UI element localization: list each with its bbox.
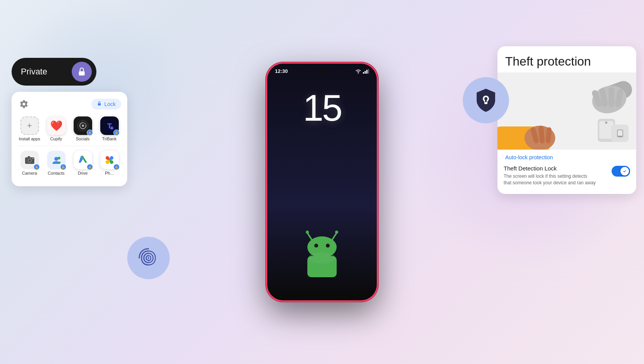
app-item-contacts[interactable]: 🔒 Contacts	[44, 151, 68, 175]
svg-point-16	[57, 157, 60, 160]
svg-rect-19	[365, 71, 366, 74]
app-label-cupify: Cupify	[50, 136, 62, 141]
status-time: 12:30	[275, 68, 288, 74]
svg-rect-51	[618, 130, 622, 136]
auto-lock-link[interactable]: Auto-lock protection	[497, 150, 636, 162]
left-panel: Private	[12, 58, 127, 186]
photos-lock-badge: 🔒	[113, 164, 120, 170]
phone: 12:30	[266, 62, 378, 302]
theft-card: Theft protection	[497, 46, 636, 194]
svg-line-24	[332, 233, 337, 241]
wifi-icon	[355, 69, 361, 74]
camera-icon: 🔒	[20, 151, 39, 169]
tribank-icon: 🔒	[100, 116, 119, 135]
signal-icon	[363, 69, 369, 74]
socials-lock-badge: 🔒	[87, 130, 93, 136]
android-robot	[291, 227, 353, 277]
phone-camera	[320, 71, 324, 75]
svg-rect-13	[28, 156, 30, 158]
svg-point-27	[314, 244, 318, 248]
app-item-photos[interactable]: 🔒 Ph...	[98, 151, 121, 175]
app-label-photos: Ph...	[105, 171, 114, 175]
right-panel: Theft protection	[497, 46, 636, 194]
photos-icon: 🔒	[100, 151, 119, 169]
svg-rect-1	[98, 103, 101, 105]
scene: Private	[0, 0, 644, 364]
svg-rect-21	[368, 69, 369, 74]
app-item-install[interactable]: + Install apps	[18, 116, 41, 141]
lock-badge-icon	[97, 101, 102, 107]
app-item-socials[interactable]: 🔒 Socials	[71, 116, 94, 141]
svg-point-12	[29, 159, 31, 162]
app-item-camera[interactable]: 🔒 Camera	[18, 151, 41, 175]
svg-line-22	[307, 233, 312, 241]
toggle-knob	[620, 167, 629, 175]
phone-wrapper: 12:30	[266, 62, 378, 302]
svg-point-4	[82, 125, 84, 127]
app-label-tribank: TriBank	[102, 136, 117, 141]
theft-phone-mini	[611, 125, 629, 142]
svg-point-14	[32, 158, 33, 159]
theft-detection-text: Theft Detection Lock The screen will loc…	[504, 165, 596, 186]
svg-rect-40	[609, 87, 614, 107]
svg-rect-8	[109, 123, 110, 128]
svg-point-23	[306, 231, 309, 234]
camera-lock-badge: 🔒	[34, 164, 40, 170]
phone-screen: 12:30	[267, 64, 377, 300]
svg-point-17	[148, 257, 149, 259]
phone-clock: 15	[303, 89, 341, 126]
app-row-1: + Install apps ❤️ Cupify	[18, 116, 121, 141]
contacts-lock-badge: 🔒	[60, 164, 66, 170]
gear-icon[interactable]	[18, 98, 30, 110]
theft-protection-title: Theft protection	[497, 46, 636, 69]
drive-icon: 🔒	[74, 151, 92, 169]
app-label-contacts: Contacts	[48, 171, 64, 175]
drive-lock-badge: 🔒	[87, 164, 93, 170]
app-item-tribank[interactable]: 🔒 TriBank	[98, 116, 121, 141]
app-item-drive[interactable]: 🔒 Drive	[71, 151, 94, 175]
private-lock-circle	[72, 62, 92, 82]
svg-rect-34	[485, 99, 487, 102]
svg-point-49	[605, 121, 607, 124]
private-label: Private	[21, 67, 66, 77]
svg-rect-0	[79, 71, 84, 76]
private-pill[interactable]: Private	[12, 58, 96, 86]
shield-bubble	[463, 77, 509, 123]
fingerprint-icon	[136, 246, 161, 270]
app-label-socials: Socials	[76, 136, 89, 141]
svg-point-30	[309, 252, 335, 264]
contacts-icon: 🔒	[47, 151, 66, 169]
app-grid-card: Lock + Install apps ❤️ Cupify	[12, 92, 127, 186]
app-row-2: 🔒 Camera 🔒 Con	[18, 146, 121, 175]
theft-detection-title: Theft Detection Lock	[504, 165, 596, 172]
theft-illustration	[497, 72, 636, 150]
app-label-camera: Camera	[22, 171, 37, 175]
svg-point-25	[335, 231, 338, 234]
install-apps-icon: +	[20, 116, 39, 135]
shield-icon	[472, 86, 500, 114]
app-label-install: Install apps	[19, 136, 40, 141]
theft-toggle[interactable]	[612, 166, 630, 177]
theft-detection-row: Theft Detection Lock The screen will loc…	[497, 162, 636, 194]
svg-point-52	[619, 136, 620, 137]
lock-badge-label: Lock	[104, 101, 116, 107]
svg-point-15	[54, 157, 58, 161]
app-item-cupify[interactable]: ❤️ Cupify	[44, 116, 68, 141]
tribank-lock-badge: 🔒	[113, 130, 120, 136]
socials-icon: 🔒	[74, 116, 92, 135]
lock-badge[interactable]: Lock	[91, 99, 121, 110]
app-label-drive: Drive	[78, 171, 88, 175]
svg-point-28	[326, 244, 330, 248]
theft-detection-desc: The screen will lock if this setting det…	[504, 173, 596, 186]
shield-icon-wrap	[472, 86, 500, 114]
app-grid-header: Lock	[18, 98, 121, 110]
cupify-icon: ❤️	[47, 116, 66, 135]
svg-rect-18	[363, 72, 364, 74]
status-icons	[355, 69, 369, 74]
fingerprint-bubble	[127, 237, 170, 279]
svg-rect-20	[366, 70, 368, 74]
